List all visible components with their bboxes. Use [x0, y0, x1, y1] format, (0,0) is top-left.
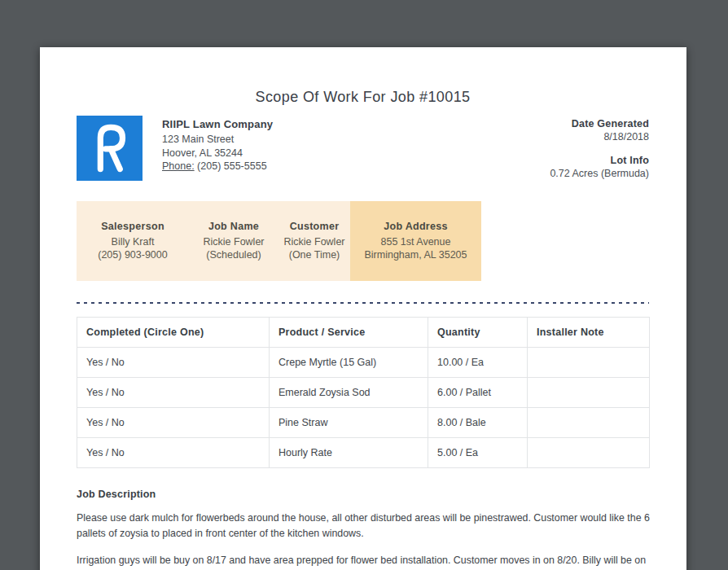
salesperson-label: Salesperson — [77, 221, 189, 232]
table-row: Yes / No Emerald Zoysia Sod 6.00 / Palle… — [77, 378, 650, 408]
company-phone: Phone: (205) 555-5555 — [162, 160, 273, 173]
job-name-value: Rickie Fowler — [189, 235, 278, 249]
document-meta: Date Generated 8/18/2018 Lot Info 0.72 A… — [550, 116, 649, 181]
date-generated-label: Date Generated — [550, 117, 649, 130]
completed-cell: Yes / No — [77, 348, 270, 378]
quantity-cell: 5.00 / Ea — [428, 438, 528, 468]
completed-cell: Yes / No — [77, 378, 270, 408]
quantity-cell: 8.00 / Bale — [428, 408, 528, 438]
quantity-cell: 10.00 / Ea — [428, 348, 528, 378]
logo-r-icon — [77, 116, 143, 181]
job-address-column: Job Address 855 1st Avenue Birmingham, A… — [350, 201, 481, 281]
column-header-installer-note: Installer Note — [528, 318, 650, 348]
lot-info-label: Lot Info — [550, 154, 649, 167]
dotted-divider — [77, 302, 649, 304]
meta-spacer — [550, 143, 649, 154]
table-row: Yes / No Hourly Rate 5.00 / Ea — [77, 438, 650, 468]
job-status: (Scheduled) — [189, 248, 278, 262]
product-cell: Hourly Rate — [270, 438, 428, 468]
date-generated-value: 8/18/2018 — [550, 130, 649, 143]
table-row: Yes / No Crepe Myrtle (15 Gal) 10.00 / E… — [77, 348, 650, 378]
column-header-completed: Completed (Circle One) — [77, 318, 270, 348]
job-address-city: Birmingham, AL 35205 — [350, 248, 481, 262]
lot-info-value: 0.72 Acres (Bermuda) — [550, 167, 649, 180]
job-name-label: Job Name — [189, 221, 278, 232]
installer-note-cell — [528, 378, 650, 408]
column-header-quantity: Quantity — [428, 318, 528, 348]
job-address-label: Job Address — [350, 221, 481, 232]
customer-type: (One Time) — [278, 248, 350, 262]
job-name-column: Job Name Rickie Fowler (Scheduled) — [189, 201, 278, 281]
document-header: RIIPL Lawn Company 123 Main Street Hoove… — [77, 116, 649, 181]
customer-column: Customer Rickie Fowler (One Time) — [278, 201, 350, 281]
company-address-line1: 123 Main Street — [162, 133, 273, 147]
customer-label: Customer — [278, 221, 350, 232]
table-row: Yes / No Pine Straw 8.00 / Bale — [77, 408, 650, 438]
scope-of-work-table: Completed (Circle One) Product / Service… — [77, 317, 650, 468]
completed-cell: Yes / No — [77, 408, 270, 438]
salesperson-phone: (205) 903-9000 — [77, 248, 189, 262]
completed-cell: Yes / No — [77, 438, 270, 468]
company-name: RIIPL Lawn Company — [162, 117, 273, 131]
job-info-bar: Salesperson Billy Kraft (205) 903-9000 J… — [77, 201, 481, 281]
product-cell: Pine Straw — [270, 408, 428, 438]
product-cell: Emerald Zoysia Sod — [270, 378, 428, 408]
installer-note-cell — [528, 438, 650, 468]
table-header-row: Completed (Circle One) Product / Service… — [77, 318, 650, 348]
salesperson-name: Billy Kraft — [77, 235, 189, 249]
installer-note-cell — [528, 348, 650, 378]
salesperson-column: Salesperson Billy Kraft (205) 903-9000 — [77, 201, 189, 281]
quantity-cell: 6.00 / Pallet — [428, 378, 528, 408]
document-page: Scope Of Work For Job #10015 RIIPL Lawn … — [40, 47, 686, 570]
column-header-product-service: Product / Service — [270, 318, 428, 348]
job-description-heading: Job Description — [77, 488, 649, 501]
company-logo — [77, 116, 143, 181]
phone-number: (205) 555-5555 — [197, 160, 266, 172]
phone-label: Phone: — [162, 160, 195, 172]
job-description-paragraph-2: Irrigation guys will be buy on 8/17 and … — [77, 553, 651, 570]
installer-note-cell — [528, 408, 650, 438]
company-address-line2: Hoover, AL 35244 — [162, 147, 273, 160]
page-title: Scope Of Work For Job #10015 — [77, 88, 649, 106]
job-address-street: 855 1st Avenue — [350, 235, 481, 249]
job-description-paragraph-1: Please use dark mulch for flowerbeds aro… — [77, 511, 651, 542]
product-cell: Crepe Myrtle (15 Gal) — [270, 348, 428, 378]
customer-name: Rickie Fowler — [278, 235, 350, 249]
company-info: RIIPL Lawn Company 123 Main Street Hoove… — [162, 116, 273, 181]
